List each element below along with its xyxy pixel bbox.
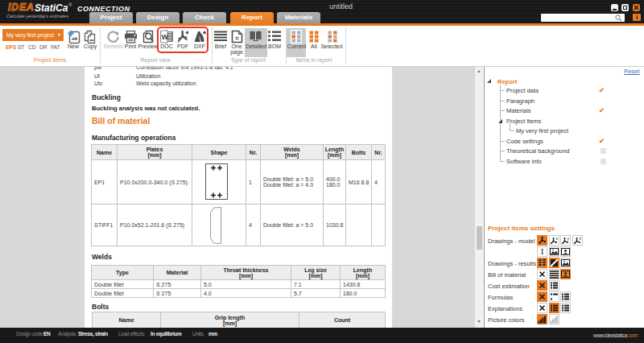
- svg-text:y: y: [568, 236, 570, 241]
- svg-text:W: W: [162, 33, 169, 41]
- svg-text:z: z: [580, 236, 582, 241]
- svg-text:x: x: [556, 236, 559, 241]
